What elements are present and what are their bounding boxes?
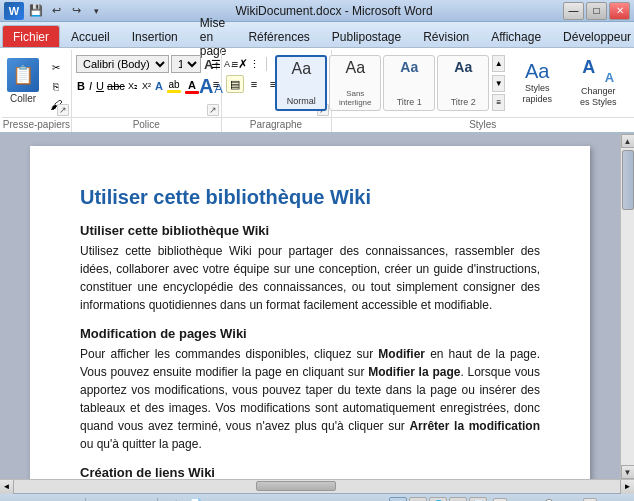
status-divider-1 — [85, 498, 86, 502]
styles-scroll-down[interactable]: ▼ — [492, 75, 505, 92]
minimize-button[interactable]: — — [563, 2, 584, 20]
title-bar-left: W 💾 ↩ ↪ ▾ — [4, 2, 105, 20]
font-top-row: Calibri (Body) 11 A↑ A↓ ✗ — [76, 55, 217, 73]
bold-button[interactable]: B — [76, 77, 86, 95]
ribbon-tabs: Fichier Accueil Insertion Mise en page R… — [0, 22, 634, 48]
styles-group: Aa Normal Aa Sans interligne Aa Titre 1 … — [332, 50, 635, 132]
spelling-indicator[interactable]: ✓ — [168, 497, 179, 501]
quick-access-dropdown[interactable]: ▾ — [87, 3, 105, 19]
bold-modifier: Modifier — [378, 347, 425, 361]
style-normal-label: Normal — [287, 96, 316, 106]
font-size-select[interactable]: 11 — [171, 55, 201, 73]
close-button[interactable]: ✕ — [609, 2, 630, 20]
view-web-button[interactable]: 🌐 — [429, 497, 447, 502]
styles-label: Styles — [332, 117, 635, 130]
hscroll-thumb[interactable] — [256, 481, 336, 491]
tab-publipostage[interactable]: Publipostage — [321, 25, 412, 47]
zoom-out-button[interactable]: − — [493, 498, 507, 502]
view-normal-button[interactable]: ▤ — [389, 497, 407, 502]
scroll-down-arrow[interactable]: ▼ — [621, 465, 635, 479]
title-bar: W 💾 ↩ ↪ ▾ WikiDocument.docx - Microsoft … — [0, 0, 634, 22]
view-brouillon-button[interactable]: 📃 — [469, 497, 487, 502]
coller-button[interactable]: 📋 Coller — [5, 56, 41, 106]
align-left-button[interactable]: ≡ — [207, 75, 225, 93]
hscroll-right-arrow[interactable]: ► — [620, 480, 634, 494]
hscroll-track[interactable] — [14, 480, 620, 493]
styles-gallery: Aa Normal Aa Sans interligne Aa Titre 1 … — [275, 55, 489, 111]
styles-dropdown-button[interactable]: ≡ — [492, 94, 505, 111]
redo-button[interactable]: ↪ — [67, 3, 85, 19]
tab-mise-en-page[interactable]: Mise en page — [189, 25, 238, 47]
clipboard-group: 📋 Coller ✂ ⎘ 🖌 Presse-papiers ↗ — [2, 50, 72, 132]
tab-revision[interactable]: Révision — [412, 25, 480, 47]
style-titre2[interactable]: Aa Titre 2 — [437, 55, 489, 111]
numbering-button[interactable]: ≡ — [226, 55, 244, 73]
couper-button[interactable]: ✂ — [44, 58, 68, 76]
document-scroll-area[interactable]: Utiliser cette bibliothèque Wiki Utilise… — [0, 134, 620, 479]
section-heading-2: Modification de pages Wiki — [80, 326, 540, 341]
para-2: Pour afficher les commandes disponibles,… — [80, 345, 540, 453]
multilevel-button[interactable]: ⋮ — [245, 55, 263, 73]
tab-affichage[interactable]: Affichage — [480, 25, 552, 47]
document-page[interactable]: Utiliser cette bibliothèque Wiki Utilise… — [30, 146, 590, 479]
horizontal-scrollbar[interactable]: ◄ ► — [0, 479, 634, 493]
font-bottom-row: B I U abc X₂ X² A ab A — [76, 77, 217, 95]
subscript-button[interactable]: X₂ — [127, 77, 139, 95]
hscroll-left-arrow[interactable]: ◄ — [0, 480, 14, 494]
document-container: Utiliser cette bibliothèque Wiki Utilise… — [0, 134, 634, 479]
tab-insertion[interactable]: Insertion — [121, 25, 189, 47]
undo-button[interactable]: ↩ — [47, 3, 65, 19]
changer-styles-button[interactable]: A A Changeres Styles — [569, 55, 627, 111]
ribbon-panel: 📋 Coller ✂ ⎘ 🖌 Presse-papiers ↗ Calibri … — [0, 48, 634, 134]
clipboard-expand[interactable]: ↗ — [57, 104, 69, 116]
strikethrough-button[interactable]: abc — [107, 77, 125, 95]
changer-styles-actions: A A Changeres Styles — [569, 55, 627, 111]
italic-button[interactable]: I — [88, 77, 93, 95]
window-title: WikiDocument.docx - Microsoft Word — [105, 4, 563, 18]
styles-rapides-button[interactable]: Aa Stylesrapides — [508, 55, 566, 111]
styles-rapides-icon: Aa — [525, 61, 549, 81]
changer-styles-icon: A A — [582, 58, 614, 84]
style-normal[interactable]: Aa Normal — [275, 55, 327, 111]
scroll-thumb[interactable] — [622, 150, 634, 210]
tab-references[interactable]: Références — [237, 25, 320, 47]
zoom-in-button[interactable]: + — [583, 498, 597, 502]
font-group: Calibri (Body) 11 A↑ A↓ ✗ B I U abc X₂ X… — [72, 50, 222, 132]
para-1: Utilisez cette bibliothèque Wiki pour pa… — [80, 242, 540, 314]
coller-label: Coller — [10, 93, 36, 104]
style-sans-interligne[interactable]: Aa Sans interligne — [329, 55, 381, 111]
app-icon: W — [4, 2, 24, 20]
style-titre2-label: Titre 2 — [451, 97, 476, 107]
tab-accueil[interactable]: Accueil — [60, 25, 121, 47]
maximize-button[interactable]: □ — [586, 2, 607, 20]
status-right: ▤ 📖 🌐 ≡ 📃 − + 90% — [389, 497, 628, 502]
underline-button[interactable]: U — [95, 77, 105, 95]
style-titre1[interactable]: Aa Titre 1 — [383, 55, 435, 111]
bold-arreter: Arrêter la modification — [409, 419, 540, 433]
window-controls: — □ ✕ — [563, 2, 630, 20]
align-right-button[interactable]: ≡ — [245, 75, 263, 93]
font-label: Police — [72, 117, 221, 130]
view-read-button[interactable]: 📖 — [409, 497, 427, 502]
highlight-button[interactable]: ab — [166, 77, 182, 95]
coller-icon: 📋 — [7, 58, 39, 92]
copier-button[interactable]: ⎘ — [44, 77, 68, 95]
style-sans-label: Sans interligne — [332, 89, 378, 107]
scroll-up-arrow[interactable]: ▲ — [621, 134, 635, 148]
text-effects-button[interactable]: A — [154, 77, 164, 95]
view-plan-button[interactable]: ≡ — [449, 497, 467, 502]
font-family-select[interactable]: Calibri (Body) — [76, 55, 169, 73]
font-color-button[interactable]: A — [184, 77, 200, 95]
style-normal-preview: Aa — [291, 60, 311, 78]
bold-modifier-page: Modifier la page — [368, 365, 460, 379]
right-scrollbar[interactable]: ▲ ▼ — [620, 134, 634, 479]
styles-scroll-up[interactable]: ▲ — [492, 55, 505, 72]
tab-developpeur[interactable]: Développeur — [552, 25, 634, 47]
spelling-icon: ✓ — [168, 497, 179, 501]
save-button[interactable]: 💾 — [27, 3, 45, 19]
tab-fichier[interactable]: Fichier — [2, 25, 60, 47]
align-center-button[interactable]: ▤ — [226, 75, 244, 93]
bullets-button[interactable]: ☰ — [207, 55, 225, 73]
superscript-button[interactable]: X² — [141, 77, 152, 95]
zoom-controls: − + 90% — [493, 498, 628, 502]
